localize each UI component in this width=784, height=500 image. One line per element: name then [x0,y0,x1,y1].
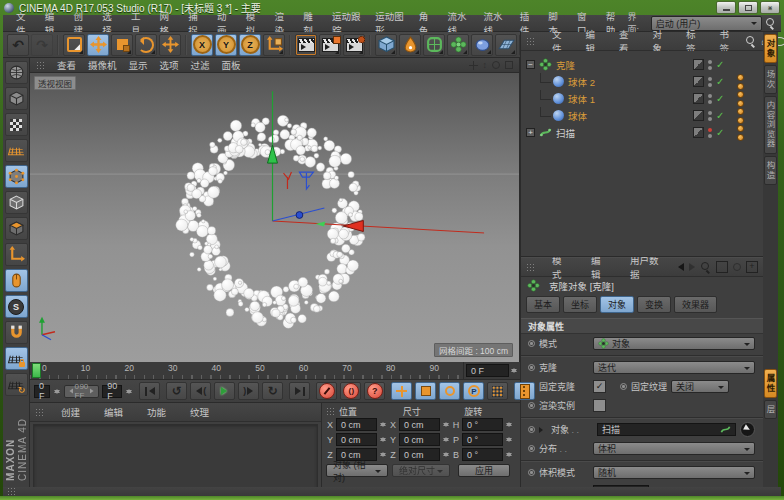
object-row-sphere[interactable]: 球体 ✓ [521,107,763,124]
visibility-dots[interactable] [708,94,712,104]
spinner[interactable] [125,385,133,398]
anim-dot-icon[interactable] [528,426,535,433]
object-label[interactable]: 球体 1 [568,92,595,106]
anim-dot-icon[interactable] [620,383,627,390]
enable-check-icon[interactable]: ✓ [716,110,724,121]
spinner[interactable] [505,448,513,461]
scale-tool-button[interactable] [111,34,133,56]
workplane-button[interactable] [5,139,28,162]
tab-structure[interactable]: 构造 [764,156,777,185]
view-label[interactable]: 透视视图 [34,76,76,90]
pos-y-field[interactable]: 0 cm [336,433,377,446]
size-x-field[interactable]: 0 cm [399,418,440,431]
spinner[interactable] [379,448,387,461]
goto-end-button[interactable] [289,382,310,400]
undo-button[interactable]: ↶ [7,34,29,56]
generator-dots[interactable] [737,91,744,107]
play-button[interactable] [214,382,235,400]
visibility-dots[interactable] [708,60,712,70]
layer-toggle[interactable] [693,127,704,138]
layer-toggle[interactable] [693,93,704,104]
enable-check-icon[interactable]: ✓ [716,93,724,104]
add-mograph-button[interactable] [447,34,469,56]
last-tool-button[interactable] [159,34,181,56]
visibility-dots[interactable] [708,77,712,87]
spinner[interactable] [442,448,450,461]
drag-handle[interactable] [36,61,45,70]
spinner[interactable] [442,418,450,431]
object-label[interactable]: 球体 2 [568,75,595,89]
keyframe-selection-button[interactable] [514,382,535,400]
material-menu-item[interactable]: 创建 [54,404,87,420]
spinner[interactable] [510,364,518,377]
generator-dots[interactable] [737,74,744,90]
end-frame-field[interactable]: 90 F [102,385,122,398]
material-menu-item[interactable]: 纹理 [183,404,216,420]
autokey-button[interactable]: ( ) [340,382,361,400]
live-selection-button[interactable] [63,34,85,56]
tab-transform[interactable]: 变换 [637,296,671,313]
generator-dots[interactable] [737,125,744,141]
material-menu-item[interactable]: 功能 [140,404,173,420]
object-label[interactable]: 克隆 [556,58,575,72]
viewport-menu-item[interactable]: 摄像机 [88,58,117,72]
object-label[interactable]: 球体 [568,109,587,123]
rot-p-field[interactable]: 0 ° [462,433,503,446]
tab-layers[interactable]: 层 [764,400,777,420]
history-back-icon[interactable] [674,263,684,271]
object-row-cloner[interactable]: − 克隆 ✓ [521,56,763,73]
spinner[interactable] [505,418,513,431]
tab-coordinates[interactable]: 坐标 [563,296,597,313]
start-frame-field[interactable]: 0 F [34,385,50,398]
lock-y-axis-button[interactable]: Y [215,34,237,56]
apply-button[interactable]: 应用 [458,464,510,477]
layer-toggle[interactable] [693,76,704,87]
enable-check-icon[interactable]: ✓ [716,59,724,70]
mode-dropdown[interactable]: 对象 [593,337,755,350]
current-frame-field[interactable]: 0 F [466,364,509,377]
lock-x-axis-button[interactable]: X [191,34,213,56]
object-row-sweep[interactable]: + 扫描 ✓ [521,124,763,141]
spinner[interactable] [379,418,387,431]
viewport-menu-item[interactable]: 显示 [129,58,148,72]
tab-object[interactable]: 对象 [600,296,634,313]
rot-h-field[interactable]: 0 ° [462,418,503,431]
search-icon[interactable] [766,18,775,28]
render-settings-button[interactable] [343,34,365,56]
material-list-empty[interactable] [33,424,318,490]
anim-dot-icon[interactable] [528,469,535,476]
tab-content-browser[interactable]: 内容浏览器 [764,96,777,154]
drag-handle[interactable] [526,263,535,272]
coord-mode-button[interactable]: 对象 (相对) [326,464,388,477]
expand-triangle-icon[interactable] [539,427,546,433]
make-editable-button[interactable] [5,61,28,84]
volume-mode-dropdown[interactable]: 随机 [593,466,755,479]
zoom-view-icon[interactable]: ↕ [483,61,488,70]
planar-workplane-button[interactable]: ↻ [5,373,28,396]
generator-dots[interactable] [737,108,744,124]
visibility-dots[interactable] [708,128,712,138]
key-parameter-toggle[interactable]: P [463,382,484,400]
viewport-menu-item[interactable]: 查看 [57,58,76,72]
size-y-field[interactable]: 0 cm [399,433,440,446]
timeline-ruler[interactable]: 0102030405060708090 [30,362,464,379]
target-icon[interactable] [733,263,741,271]
render-view-button[interactable] [295,34,317,56]
add-primitive-button[interactable] [375,34,397,56]
anim-dot-icon[interactable] [528,340,535,347]
rotate-view-icon[interactable] [492,61,500,69]
expander[interactable]: + [526,128,535,137]
key-rotation-toggle[interactable] [439,382,460,400]
points-mode-button[interactable] [5,165,28,188]
render-picture-viewer-button[interactable] [319,34,341,56]
edges-mode-button[interactable] [5,191,28,214]
goto-start-button[interactable] [139,382,160,400]
visibility-dots[interactable] [708,111,712,121]
tab-basic[interactable]: 基本 [526,296,560,313]
key-scale-toggle[interactable] [415,382,436,400]
object-link-field[interactable]: 扫描 [597,423,736,436]
frame-forward-button[interactable]: ) [238,382,259,400]
size-mode-button[interactable]: 绝对尺寸 [392,464,450,477]
key-position-toggle[interactable] [391,382,412,400]
enable-check-icon[interactable]: ✓ [716,127,724,138]
